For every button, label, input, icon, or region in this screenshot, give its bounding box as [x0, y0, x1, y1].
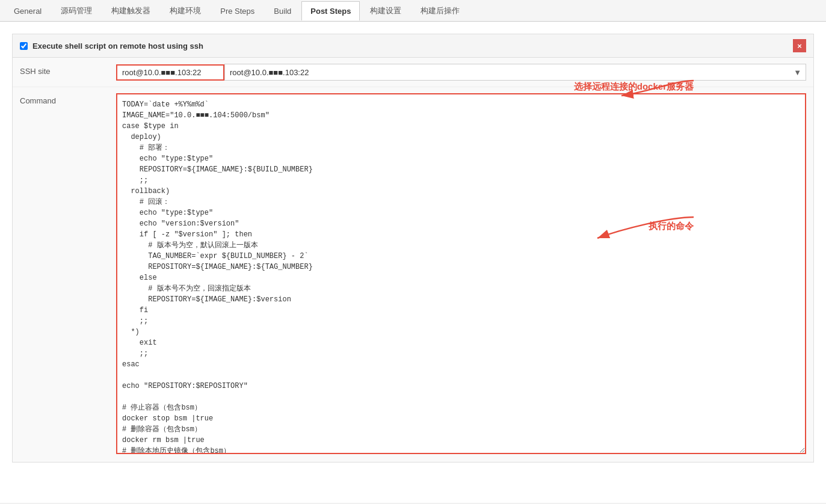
ssh-site-label: SSH site: [20, 64, 116, 76]
close-button[interactable]: ×: [793, 39, 806, 52]
tab-env[interactable]: 构建环境: [161, 0, 210, 21]
ssh-select-display: root@10.0.■■■.103:22: [116, 64, 224, 81]
tab-poststeps[interactable]: Post Steps: [301, 1, 360, 20]
tab-trigger[interactable]: 构建触发器: [102, 0, 159, 21]
command-textarea[interactable]: [116, 93, 806, 454]
main-content: Execute shell script on remote host usin…: [0, 22, 826, 503]
command-label: Command: [20, 93, 116, 105]
ssh-site-row: SSH site root@10.0.■■■.103:22 root@10.0.…: [13, 58, 813, 87]
command-row: Command: [13, 87, 813, 462]
tab-postbuild[interactable]: 构建后操作: [411, 0, 469, 21]
tab-bar: General 源码管理 构建触发器 构建环境 Pre Steps Build …: [0, 0, 826, 22]
tab-presteps[interactable]: Pre Steps: [211, 1, 264, 20]
tab-build[interactable]: Build: [265, 1, 300, 20]
ssh-site-control: root@10.0.■■■.103:22 root@10.0.■■■.103:2…: [116, 64, 806, 81]
command-control: [116, 93, 806, 456]
tab-source[interactable]: 源码管理: [52, 0, 101, 21]
section-header: Execute shell script on remote host usin…: [13, 34, 813, 58]
ssh-select-container: root@10.0.■■■.103:22 root@10.0.■■■.103:2…: [116, 64, 806, 81]
section-title: Execute shell script on remote host usin…: [32, 41, 203, 51]
tab-settings[interactable]: 构建设置: [361, 0, 410, 21]
tab-general[interactable]: General: [5, 1, 51, 20]
ssh-select-wrapper[interactable]: root@10.0.■■■.103:22 ▼: [224, 64, 806, 81]
outer-wrapper: Execute shell script on remote host usin…: [12, 34, 814, 463]
ssh-site-select[interactable]: root@10.0.■■■.103:22: [224, 64, 806, 81]
section-checkbox[interactable]: [20, 42, 28, 50]
section-block: Execute shell script on remote host usin…: [12, 34, 814, 463]
